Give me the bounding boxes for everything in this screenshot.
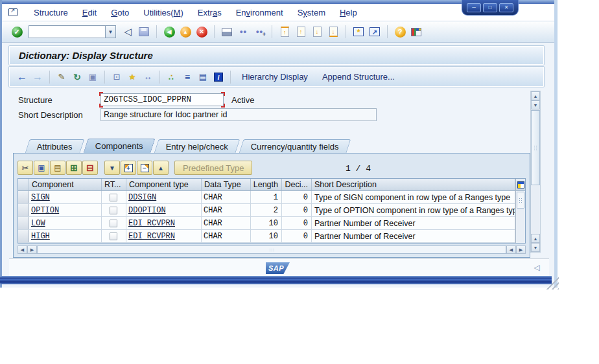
tab-attributes[interactable]: Attributes [25,139,85,153]
header-data-type[interactable]: Data Type [202,179,251,190]
index-button[interactable]: ★ [125,70,139,84]
find-button[interactable]: ●● [236,25,250,39]
tab-entry-help-check[interactable]: Entry help/check [154,139,240,153]
copy-button[interactable]: ▣ [86,70,100,84]
scrollbar-track[interactable] [531,186,540,234]
component-type-link[interactable]: DDOPTION [126,204,202,216]
cut-button[interactable]: ✂ [18,161,33,175]
next-page-button[interactable]: ↓ [310,25,324,39]
save-button[interactable] [137,25,151,39]
new-session-button[interactable]: * [351,25,366,39]
navigation-button[interactable]: ↔ [141,70,155,84]
delete-row-button[interactable]: ⊟ [82,161,98,175]
cancel-button[interactable]: ✕ [194,25,209,39]
first-page-button[interactable]: ↑ [277,25,292,39]
expand-button[interactable]: + [121,161,136,175]
tab-currency-quantity-fields[interactable]: Currency/quantity fields [239,139,351,153]
component-link[interactable]: LOW [29,217,102,229]
find-next-button[interactable]: ●●+ [252,25,266,39]
customize-layout-button[interactable] [409,25,423,39]
short-description-field[interactable]: Range structure for Idoc partner id [100,108,377,121]
row-selector[interactable] [18,230,29,242]
header-decimals[interactable]: Deci... [282,179,312,190]
close-icon[interactable]: ✕ [499,3,513,12]
rt-checkbox[interactable] [110,233,117,240]
scroll-down-button[interactable]: ▼ [531,100,540,109]
scroll-right-button[interactable]: ▶ [27,245,37,254]
create-shortcut-button[interactable]: ↗ [368,25,382,39]
component-type-link[interactable]: EDI_RCVPRN [126,230,202,242]
next-screen-button[interactable]: → [30,70,45,84]
select-up-button[interactable]: ▲ [153,161,169,175]
header-component[interactable]: Component [29,179,102,190]
scroll-left-button[interactable]: ◀ [18,245,27,254]
menu-extras[interactable]: Extras [191,6,229,19]
hierarchy-button[interactable]: ▪▪▪ [165,70,179,84]
header-selector[interactable] [18,179,29,190]
list-view-button[interactable]: ▤ [196,70,210,84]
paste-button[interactable]: ▤ [50,161,65,175]
row-selector[interactable] [18,217,29,229]
back-button[interactable]: ◀ [162,25,176,39]
header-length[interactable]: Length [251,179,282,190]
control-menu-icon[interactable] [8,8,18,16]
enter-button[interactable]: ✓ [10,25,24,39]
component-type-link[interactable]: EDI_RCVPRN [126,217,202,229]
collapse-button[interactable]: − [137,161,152,175]
last-page-button[interactable]: ↓ [326,25,340,39]
insert-row-button[interactable]: ⊞ [66,161,82,175]
scroll-up-button[interactable]: ▲ [531,234,540,243]
menu-edit[interactable]: Edit [75,6,104,19]
predefined-type-button[interactable]: Predefined Type [174,161,252,175]
copy-rows-button[interactable]: ▣ [34,161,49,175]
menu-structure[interactable]: Structure [27,6,75,19]
scroll-right-button[interactable]: ▶ [516,245,526,254]
component-type-link[interactable]: DDSIGN [126,191,202,203]
header-short-description[interactable]: Short Description [312,179,515,190]
scroll-down-button[interactable]: ▼ [531,243,540,252]
versions-button[interactable]: ≡ [180,70,194,84]
command-dropdown-icon[interactable]: ▼ [105,25,116,38]
prompt-button[interactable]: ◁ [121,25,135,39]
header-rt[interactable]: RT... [102,179,126,190]
table-scrollbar-thumb[interactable] [517,192,524,209]
rt-checkbox[interactable] [110,194,117,201]
structure-field[interactable]: ZOGTCSS_IDOC_PPPRN [100,93,224,106]
scroll-up-button[interactable]: ▲ [531,91,540,100]
refresh-button[interactable]: ↻ [70,70,84,84]
table-vertical-scrollbar[interactable] [515,179,525,243]
select-down-button[interactable]: ▼ [104,161,120,175]
maximize-icon[interactable]: □ [483,3,497,12]
component-link[interactable]: OPTION [29,204,102,216]
help-button[interactable]: ? [393,25,407,39]
menu-goto[interactable]: Goto [104,6,136,19]
technical-info-button[interactable]: i [211,70,226,84]
exit-up-button[interactable]: ▲ [178,25,193,39]
print-button[interactable] [220,25,234,39]
hierarchy-display-button[interactable]: Hierarchy Display [235,70,314,84]
menu-system[interactable]: System [290,6,333,19]
rt-checkbox[interactable] [110,220,117,227]
screen-vertical-scrollbar[interactable]: ▲ ▼ ▲ ▼ [530,91,541,253]
previous-screen-button[interactable]: ← [15,70,29,84]
minimize-icon[interactable]: ─ [467,3,481,12]
scroll-left-button[interactable]: ◀ [506,245,516,254]
component-link[interactable]: HIGH [29,230,102,242]
command-input[interactable] [29,25,105,38]
horizontal-scrollbar-thumb[interactable] [37,245,506,254]
header-component-type[interactable]: Component type [126,179,202,190]
tab-components[interactable]: Components [83,139,155,153]
component-link[interactable]: SIGN [29,191,102,203]
rt-checkbox[interactable] [110,207,117,214]
row-selector[interactable] [18,204,29,216]
previous-page-button[interactable]: ↑ [294,25,308,39]
row-selector[interactable] [18,191,29,203]
menu-environment[interactable]: Environment [229,6,290,19]
menu-utilities[interactable]: Utilities(M) [136,6,190,19]
menu-help[interactable]: Help [333,6,364,19]
display-change-button[interactable]: ✎ [54,70,69,84]
append-structure-button[interactable]: Append Structure... [316,70,401,84]
status-expand-icon[interactable]: ◁ [534,263,540,272]
table-configuration-button[interactable] [516,179,525,191]
where-used-button[interactable]: ⊡ [110,70,124,84]
